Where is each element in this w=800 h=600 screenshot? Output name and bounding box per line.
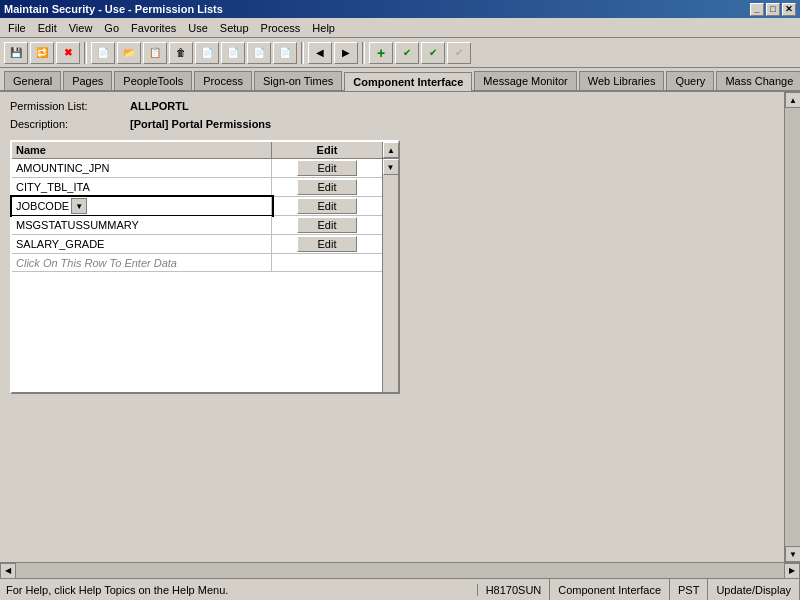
scroll-up-button[interactable]: ▲: [785, 92, 800, 108]
scroll-down-button[interactable]: ▼: [785, 546, 800, 562]
scroll-right-button[interactable]: ▶: [784, 563, 800, 579]
new-button[interactable]: 📄: [91, 42, 115, 64]
grid-cell-edit-4: Edit: [272, 235, 382, 253]
edit-button-3[interactable]: Edit: [297, 217, 357, 233]
description-label: Description:: [10, 118, 130, 130]
right-scrollbar: ▲ ▼: [784, 92, 800, 562]
grid-cell-edit-0: Edit: [272, 159, 382, 177]
toolbar-separator-3: [362, 42, 365, 64]
description-value: [Portal] Portal Permissions: [130, 118, 271, 130]
permission-list-label: Permission List:: [10, 100, 130, 112]
maximize-button[interactable]: □: [766, 3, 780, 16]
close-button[interactable]: ✕: [782, 3, 796, 16]
menu-edit[interactable]: Edit: [32, 20, 63, 36]
status-pst: PST: [670, 579, 708, 600]
dropdown-arrow-icon[interactable]: ▼: [71, 198, 87, 214]
grid-body: AMOUNTINC_JPN Edit CITY_TBL_ITA Edit: [12, 159, 398, 392]
grid-cell-edit-3: Edit: [272, 216, 382, 234]
table-row[interactable]: SALARY_GRADE Edit: [12, 235, 382, 254]
tab-mass-change[interactable]: Mass Change: [716, 71, 800, 90]
h-scroll-track: [16, 563, 784, 579]
tb-btn5[interactable]: 📄: [195, 42, 219, 64]
tab-component-interface[interactable]: Component Interface: [344, 72, 472, 91]
status-server: H8170SUN: [478, 579, 551, 600]
tab-bar: General Pages PeopleTools Process Sign-o…: [0, 68, 800, 92]
tb-btn7[interactable]: 📄: [247, 42, 271, 64]
grid-rows: AMOUNTINC_JPN Edit CITY_TBL_ITA Edit: [12, 159, 382, 392]
table-row[interactable]: CITY_TBL_ITA Edit: [12, 178, 382, 197]
tb-btn8[interactable]: 📄: [273, 42, 297, 64]
click-to-enter-label: Click On This Row To Enter Data: [12, 254, 272, 271]
check3-button[interactable]: ✔: [447, 42, 471, 64]
next-button[interactable]: ▶: [334, 42, 358, 64]
toolbar: 💾 🔁 ✖ 📄 📂 📋 🗑 📄 📄 📄 📄 ◀ ▶ + ✔ ✔ ✔: [0, 38, 800, 68]
edit-button-4[interactable]: Edit: [297, 236, 357, 252]
grid-cell-name-0: AMOUNTINC_JPN: [12, 159, 272, 177]
check2-button[interactable]: ✔: [421, 42, 445, 64]
menu-favorites[interactable]: Favorites: [125, 20, 182, 36]
title-bar: Maintain Security - Use - Permission Lis…: [0, 0, 800, 18]
tab-pages[interactable]: Pages: [63, 71, 112, 90]
window-title: Maintain Security - Use - Permission Lis…: [4, 3, 223, 15]
open-button[interactable]: 📂: [117, 42, 141, 64]
table-row[interactable]: MSGSTATUSSUMMARY Edit: [12, 216, 382, 235]
grid-empty-space: [12, 272, 382, 392]
tab-message-monitor[interactable]: Message Monitor: [474, 71, 576, 90]
window-controls: _ □ ✕: [750, 3, 796, 16]
grid-cell-name-1: CITY_TBL_ITA: [12, 178, 272, 196]
grid-cell-edit-1: Edit: [272, 178, 382, 196]
toolbar-separator-2: [301, 42, 304, 64]
copy-button[interactable]: 📋: [143, 42, 167, 64]
menu-process[interactable]: Process: [255, 20, 307, 36]
main-content: Permission List: ALLPORTL Description: […: [0, 92, 784, 562]
status-help-text: For Help, click Help Topics on the Help …: [0, 584, 478, 596]
grid-scroll-down[interactable]: ▼: [383, 159, 399, 175]
scroll-track: [785, 108, 800, 546]
grid-cell-name-2[interactable]: JOBCODE ▼: [12, 197, 272, 215]
tab-web-libraries[interactable]: Web Libraries: [579, 71, 665, 90]
menu-bar: File Edit View Go Favorites Use Setup Pr…: [0, 18, 800, 38]
component-interface-grid: Name Edit ▲ AMOUNTINC_JPN Edit: [10, 140, 400, 394]
table-row[interactable]: JOBCODE ▼ Edit: [12, 197, 382, 216]
add-button[interactable]: +: [369, 42, 393, 64]
prev-button[interactable]: ◀: [308, 42, 332, 64]
grid-cell-name-4: SALARY_GRADE: [12, 235, 272, 253]
tab-signon-times[interactable]: Sign-on Times: [254, 71, 342, 90]
menu-file[interactable]: File: [2, 20, 32, 36]
description-row: Description: [Portal] Portal Permissions: [10, 118, 774, 130]
toolbar-separator-1: [84, 42, 87, 64]
grid-header-name: Name: [12, 142, 272, 158]
permission-list-row: Permission List: ALLPORTL: [10, 100, 774, 112]
menu-setup[interactable]: Setup: [214, 20, 255, 36]
tab-process[interactable]: Process: [194, 71, 252, 90]
tab-peopletools[interactable]: PeopleTools: [114, 71, 192, 90]
grid-cell-name-3: MSGSTATUSSUMMARY: [12, 216, 272, 234]
delete-button[interactable]: 🗑: [169, 42, 193, 64]
click-to-enter-row[interactable]: Click On This Row To Enter Data: [12, 254, 382, 272]
tab-general[interactable]: General: [4, 71, 61, 90]
grid-header-edit: Edit: [272, 142, 382, 158]
save-button[interactable]: 💾: [4, 42, 28, 64]
menu-go[interactable]: Go: [98, 20, 125, 36]
menu-use[interactable]: Use: [182, 20, 214, 36]
minimize-button[interactable]: _: [750, 3, 764, 16]
refresh-button[interactable]: 🔁: [30, 42, 54, 64]
table-row[interactable]: AMOUNTINC_JPN Edit: [12, 159, 382, 178]
click-to-enter-edit: [272, 254, 382, 271]
status-component: Component Interface: [550, 579, 670, 600]
grid-cell-edit-2: Edit: [272, 197, 382, 215]
scroll-left-button[interactable]: ◀: [0, 563, 16, 579]
grid-header: Name Edit ▲: [12, 142, 398, 159]
grid-scrollbar: ▼: [382, 159, 398, 392]
tab-query[interactable]: Query: [666, 71, 714, 90]
check-button[interactable]: ✔: [395, 42, 419, 64]
grid-scroll-up[interactable]: ▲: [383, 142, 399, 158]
cancel-button[interactable]: ✖: [56, 42, 80, 64]
edit-button-2[interactable]: Edit: [297, 198, 357, 214]
menu-help[interactable]: Help: [306, 20, 341, 36]
tb-btn6[interactable]: 📄: [221, 42, 245, 64]
edit-button-0[interactable]: Edit: [297, 160, 357, 176]
edit-button-1[interactable]: Edit: [297, 179, 357, 195]
status-bar: For Help, click Help Topics on the Help …: [0, 578, 800, 600]
menu-view[interactable]: View: [63, 20, 99, 36]
